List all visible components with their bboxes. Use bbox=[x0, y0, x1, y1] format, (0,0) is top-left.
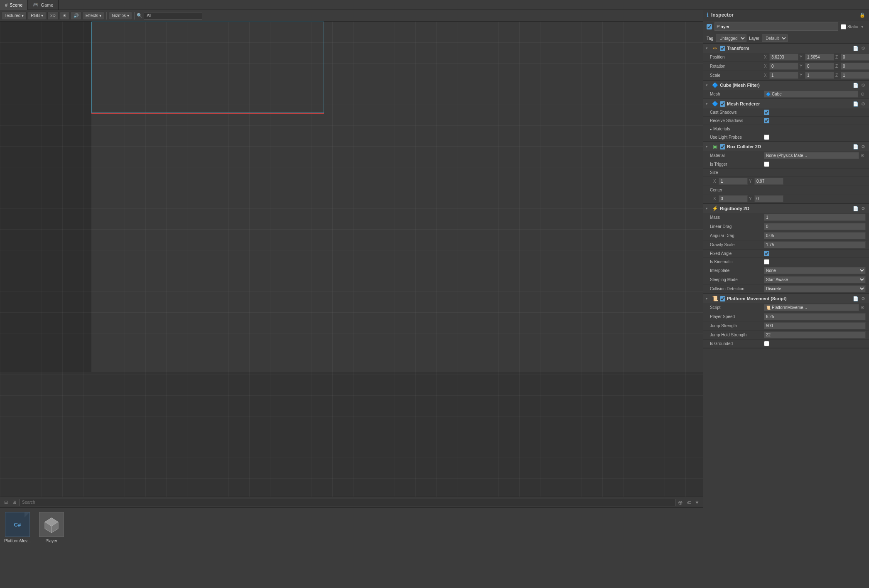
scale-x-input[interactable] bbox=[769, 72, 798, 79]
scene-toolbar: Textured ▾ RGB ▾ 2D ☀ 🔊 Effects ▾ Gi bbox=[0, 10, 703, 22]
jump-strength-input[interactable] bbox=[764, 322, 866, 329]
gizmos-dropdown[interactable]: Gizmos ▾ bbox=[109, 12, 132, 20]
asset-icon-btn-1[interactable]: ⊕ bbox=[677, 499, 684, 506]
mesh-renderer-gear-icon[interactable]: ⚙ bbox=[860, 100, 867, 107]
asset-icon-btn-2[interactable]: 🏷 bbox=[685, 499, 692, 506]
player-speed-input[interactable] bbox=[764, 313, 866, 320]
position-z-input[interactable] bbox=[841, 54, 869, 61]
is-kinematic-row: Is Kinematic bbox=[703, 258, 869, 266]
rotation-z-input[interactable] bbox=[841, 63, 869, 70]
transform-header[interactable]: ⇔ Transform 📄 ⚙ bbox=[703, 44, 869, 53]
asset-item-player[interactable]: Player bbox=[39, 512, 64, 543]
rigidbody-header[interactable]: ⚡ Rigidbody 2D 📄 ⚙ bbox=[703, 204, 869, 213]
gravity-scale-input[interactable] bbox=[764, 241, 866, 248]
receive-shadows-checkbox[interactable] bbox=[764, 118, 769, 123]
mesh-renderer-checkbox[interactable] bbox=[720, 101, 725, 107]
effects-dropdown[interactable]: Effects ▾ bbox=[83, 12, 104, 20]
audio-button[interactable]: 🔊 bbox=[71, 12, 81, 20]
twod-button[interactable]: 2D bbox=[47, 12, 59, 20]
position-y-input[interactable] bbox=[805, 54, 834, 61]
gameobject-name-input[interactable] bbox=[714, 22, 838, 31]
material-value: None (Physics Mate… bbox=[766, 153, 807, 158]
scene-viewport[interactable] bbox=[0, 22, 703, 497]
is-kinematic-checkbox[interactable] bbox=[764, 259, 769, 265]
asset-item-platformmov[interactable]: C# PlatformMov... bbox=[4, 512, 31, 543]
scene-red-line bbox=[91, 113, 324, 114]
script-pick-icon[interactable]: ⊙ bbox=[859, 304, 866, 311]
mass-input[interactable] bbox=[764, 214, 866, 221]
is-trigger-label: Is Trigger bbox=[710, 162, 764, 167]
use-light-probes-checkbox[interactable] bbox=[764, 135, 769, 140]
mesh-renderer-page-icon[interactable]: 📄 bbox=[852, 100, 859, 107]
tab-scene[interactable]: # Scene bbox=[0, 0, 28, 10]
platform-movement-gear-icon[interactable]: ⚙ bbox=[860, 295, 867, 302]
angular-drag-input[interactable] bbox=[764, 232, 866, 239]
rgb-chevron-icon: ▾ bbox=[41, 13, 43, 18]
center-fields-row: X Y bbox=[703, 194, 869, 203]
rotation-row: Rotation X Y Z bbox=[703, 62, 869, 71]
tag-dropdown[interactable]: Untagged bbox=[716, 34, 746, 42]
csharp-text: C# bbox=[14, 522, 21, 528]
cast-shadows-checkbox[interactable] bbox=[764, 110, 769, 115]
mesh-filter-page-icon[interactable]: 📄 bbox=[852, 82, 859, 88]
collision-detection-select[interactable]: Discrete Continuous bbox=[764, 285, 866, 292]
transform-page-icon[interactable]: 📄 bbox=[852, 45, 859, 51]
gameobject-active-checkbox[interactable] bbox=[707, 24, 712, 29]
jump-hold-strength-input[interactable] bbox=[764, 331, 866, 338]
position-label: Position bbox=[710, 55, 764, 59]
center-x-input[interactable] bbox=[719, 195, 748, 202]
material-value-field[interactable]: None (Physics Mate… bbox=[764, 152, 859, 159]
transform-gear-icon[interactable]: ⚙ bbox=[860, 45, 867, 51]
mesh-renderer-header[interactable]: 🔷 Mesh Renderer 📄 ⚙ bbox=[703, 99, 869, 108]
tab-game[interactable]: 🎮 Game bbox=[28, 0, 59, 10]
materials-expand-icon[interactable] bbox=[710, 127, 712, 131]
linear-drag-label: Linear Drag bbox=[710, 224, 764, 229]
center-y-input[interactable] bbox=[754, 195, 783, 202]
is-grounded-checkbox[interactable] bbox=[764, 341, 769, 346]
inspector-lock-icon[interactable]: 🔒 bbox=[859, 12, 866, 18]
platform-movement-page-icon[interactable]: 📄 bbox=[852, 295, 859, 302]
rigidbody-gear-icon[interactable]: ⚙ bbox=[860, 205, 867, 212]
mesh-filter-header[interactable]: 🔷 Cube (Mesh Filter) 📄 ⚙ bbox=[703, 81, 869, 90]
is-grounded-label: Is Grounded bbox=[710, 341, 764, 346]
mesh-value-field[interactable]: 🔷 Cube bbox=[764, 91, 858, 98]
scale-z-input[interactable] bbox=[841, 72, 869, 79]
mesh-pick-icon[interactable]: ⊙ bbox=[859, 91, 866, 98]
sleeping-mode-select[interactable]: Start Awake Never Sleep Start Asleep bbox=[764, 276, 866, 283]
size-y-input[interactable] bbox=[754, 178, 783, 185]
layer-dropdown[interactable]: Default bbox=[762, 34, 788, 42]
static-checkbox[interactable] bbox=[841, 24, 846, 29]
asset-icon-btn-3[interactable]: ★ bbox=[694, 499, 700, 506]
scale-y-input[interactable] bbox=[805, 72, 834, 79]
sun-button[interactable]: ☀ bbox=[60, 12, 69, 20]
size-x-input[interactable] bbox=[719, 178, 748, 185]
platform-movement-checkbox[interactable] bbox=[720, 296, 725, 301]
mesh-filter-gear-icon[interactable]: ⚙ bbox=[860, 82, 867, 88]
is-trigger-checkbox[interactable] bbox=[764, 162, 769, 167]
static-chevron-icon[interactable]: ▾ bbox=[859, 23, 866, 30]
material-pick-icon[interactable]: ⊙ bbox=[859, 152, 866, 159]
minimize-icon[interactable]: ⊟ bbox=[2, 499, 9, 506]
platform-movement-header[interactable]: 📜 Platform Movement (Script) 📄 ⚙ bbox=[703, 294, 869, 303]
script-value-field[interactable]: 📜 PlatformMoveme… bbox=[764, 304, 859, 311]
fixed-angle-checkbox[interactable] bbox=[764, 251, 769, 256]
rotation-x-input[interactable] bbox=[769, 63, 798, 70]
textured-dropdown[interactable]: Textured ▾ bbox=[2, 12, 27, 20]
search-input[interactable] bbox=[144, 12, 202, 20]
box-collider-gear-icon[interactable]: ⚙ bbox=[860, 143, 867, 150]
box-collider-page-icon[interactable]: 📄 bbox=[852, 143, 859, 150]
interpolate-select[interactable]: None Interpolate Extrapolate bbox=[764, 267, 866, 274]
rigidbody-page-icon[interactable]: 📄 bbox=[852, 205, 859, 212]
linear-drag-input[interactable] bbox=[764, 223, 866, 230]
asset-search-input[interactable] bbox=[19, 499, 675, 506]
transform-checkbox[interactable] bbox=[720, 46, 725, 51]
use-light-probes-label: Use Light Probes bbox=[710, 135, 764, 140]
rgb-dropdown[interactable]: RGB ▾ bbox=[28, 12, 46, 20]
position-x-input[interactable] bbox=[769, 54, 798, 61]
box-collider-header[interactable]: ▣ Box Collider 2D 📄 ⚙ bbox=[703, 142, 869, 151]
scale-row: Scale X Y Z bbox=[703, 71, 869, 80]
top-tab-bar: # Scene 🎮 Game bbox=[0, 0, 869, 10]
maximize-icon[interactable]: ⊞ bbox=[11, 499, 17, 506]
rotation-y-input[interactable] bbox=[805, 63, 834, 70]
box-collider-checkbox[interactable] bbox=[720, 144, 725, 149]
